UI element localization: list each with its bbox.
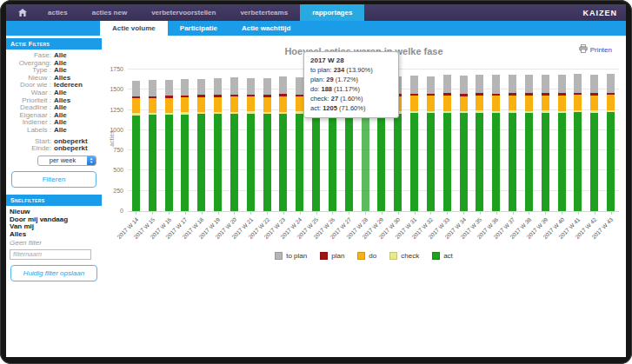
bar-segment-act xyxy=(329,114,336,211)
tab-participatie[interactable]: Participatie xyxy=(168,21,230,36)
y-tick-label: 500 xyxy=(113,167,123,173)
bar-2017-w-23[interactable] xyxy=(279,76,287,211)
print-link[interactable]: Printen xyxy=(579,44,612,55)
navbar-tab-verbeterteams[interactable]: verbeterteams xyxy=(228,4,300,21)
period-select[interactable]: per week ▲▼ xyxy=(37,156,96,166)
bar-2017-w-41[interactable] xyxy=(574,74,582,211)
x-tick xyxy=(185,212,186,215)
bar-segment-do xyxy=(279,96,287,112)
filteren-button[interactable]: Filteren xyxy=(11,171,96,188)
bar-segment-do xyxy=(197,97,205,112)
tooltip-row: to plan: 234 (13.90%) xyxy=(310,65,392,75)
geen-filter-label[interactable]: Geen filter xyxy=(6,239,102,247)
bar-segment-to-plan xyxy=(476,75,483,93)
bar-segment-do xyxy=(263,97,271,112)
bar-segment-to-plan xyxy=(230,77,238,95)
filter-value[interactable]: Alle xyxy=(54,127,100,135)
tooltip-row: act: 1205 (71.60%) xyxy=(310,103,392,113)
legend-item-to-plan[interactable]: to plan xyxy=(275,252,307,260)
bar-segment-do xyxy=(410,96,418,110)
bar-segment-do xyxy=(509,96,516,111)
bar-2017-w-21[interactable] xyxy=(247,78,255,211)
navbar-tab-acties-new[interactable]: acties new xyxy=(80,4,139,21)
y-tick-label: 1000 xyxy=(110,127,123,133)
navbar-tabs: actiesacties newverbetervoorstellenverbe… xyxy=(36,4,364,21)
home-icon[interactable] xyxy=(6,4,36,21)
bar-2017-w-35[interactable] xyxy=(476,75,483,211)
bar-2017-w-24[interactable] xyxy=(296,77,303,211)
bar-segment-act xyxy=(525,113,533,211)
bar-segment-do xyxy=(590,96,598,111)
bar-2017-w-34[interactable] xyxy=(460,76,468,211)
bar-segment-act xyxy=(279,114,287,211)
period-select-value: per week xyxy=(38,156,87,165)
tab-actie-volume[interactable]: Actie volume xyxy=(100,21,168,36)
quick-filter-alles[interactable]: Alles xyxy=(10,231,102,239)
navbar-tab-rapportages[interactable]: rapportages xyxy=(300,4,364,21)
bar-2017-w-42[interactable] xyxy=(590,75,598,211)
bar-segment-act xyxy=(263,114,271,211)
bar-2017-w-18[interactable] xyxy=(197,79,205,211)
filter-rows: Fase:AlleOvergang:AlleType :AlleNieuw :A… xyxy=(6,52,102,135)
bar-segment-to-plan xyxy=(149,80,156,96)
bar-2017-w-22[interactable] xyxy=(263,78,271,211)
bar-segment-act xyxy=(574,112,582,211)
bar-segment-act xyxy=(492,113,500,211)
bar-segment-act xyxy=(377,113,385,211)
bar-segment-act xyxy=(230,114,238,211)
legend-item-act[interactable]: act xyxy=(432,252,453,260)
filtername-input[interactable] xyxy=(10,249,91,260)
bar-2017-w-43[interactable] xyxy=(607,74,615,211)
x-tick xyxy=(513,212,514,215)
bar-2017-w-40[interactable] xyxy=(558,75,566,211)
tab-actie-wachttijd[interactable]: Actie wachttijd xyxy=(230,21,303,36)
bar-segment-do xyxy=(443,96,451,111)
bar-2017-w-39[interactable] xyxy=(542,75,549,211)
x-tick xyxy=(545,212,546,215)
bar-segment-act xyxy=(197,114,205,211)
legend-item-plan[interactable]: plan xyxy=(320,252,344,260)
bar-2017-w-32[interactable] xyxy=(427,76,435,212)
bar-segment-act xyxy=(214,114,222,211)
bar-2017-w-16[interactable] xyxy=(165,80,173,211)
legend-swatch xyxy=(320,252,328,260)
bar-segment-to-plan xyxy=(590,75,598,94)
bar-segment-do xyxy=(542,96,549,110)
bar-2017-w-20[interactable] xyxy=(230,77,238,211)
bar-2017-w-14[interactable] xyxy=(132,81,140,211)
actie-filters-header: Actie Filters xyxy=(6,38,102,50)
x-tick xyxy=(316,212,317,215)
bar-segment-to-plan xyxy=(492,75,500,93)
x-tick xyxy=(398,212,399,215)
bar-segment-do xyxy=(165,98,173,113)
filter-value[interactable]: onbeperkt xyxy=(54,145,100,153)
bar-2017-w-19[interactable] xyxy=(214,78,222,211)
save-filter-button[interactable]: Huidig filter opslaan xyxy=(10,265,97,281)
legend-label: check xyxy=(401,252,419,260)
bar-2017-w-15[interactable] xyxy=(149,80,156,211)
x-tick xyxy=(267,212,268,215)
x-tick xyxy=(611,212,612,215)
snelfilters-header: Snelfilters xyxy=(6,195,102,206)
navbar-tab-acties[interactable]: acties xyxy=(36,4,80,21)
bar-segment-act xyxy=(427,113,435,211)
tooltip-rows: to plan: 234 (13.90%)plan: 29 (1.72%)do:… xyxy=(310,65,392,113)
bar-segment-to-plan xyxy=(296,77,303,95)
navbar-tab-verbetervoorstellen[interactable]: verbetervoorstellen xyxy=(139,4,228,21)
bar-2017-w-37[interactable] xyxy=(509,75,516,211)
bar-2017-w-38[interactable] xyxy=(525,75,533,211)
legend-swatch xyxy=(432,252,440,260)
bar-segment-act xyxy=(165,115,173,211)
legend-label: plan xyxy=(331,252,344,260)
legend-item-do[interactable]: do xyxy=(357,252,376,260)
legend-item-check[interactable]: check xyxy=(389,252,419,260)
bar-2017-w-33[interactable] xyxy=(443,75,451,211)
legend-swatch xyxy=(275,252,283,260)
bar-2017-w-31[interactable] xyxy=(410,76,418,211)
filters-sidebar: Actie Filters Fase:AlleOvergang:AlleType… xyxy=(6,36,102,356)
bar-segment-do xyxy=(149,98,156,113)
bar-segment-to-plan xyxy=(279,76,287,94)
bar-2017-w-36[interactable] xyxy=(492,75,500,211)
kaizen-logo: KAIZEN xyxy=(575,4,627,21)
bar-2017-w-17[interactable] xyxy=(181,79,189,211)
